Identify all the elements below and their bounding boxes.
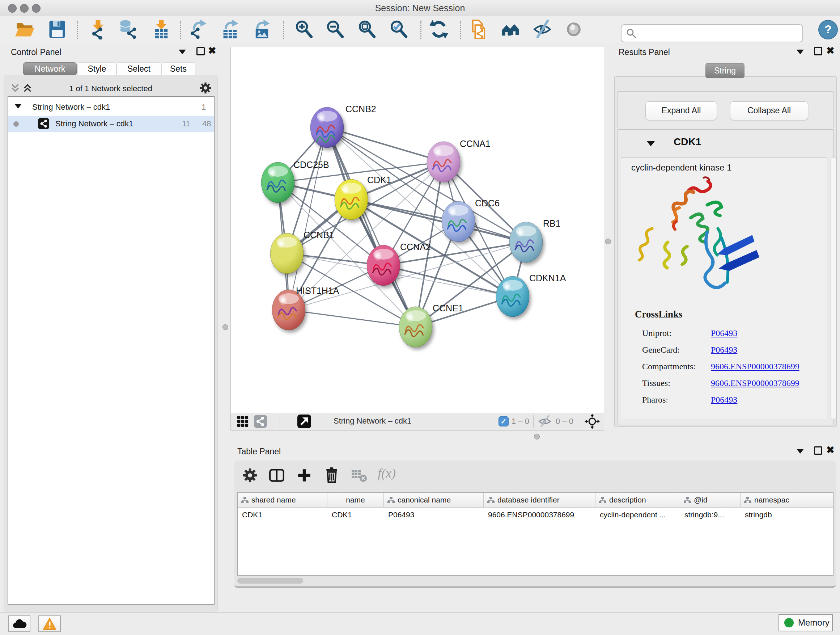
export-image-icon[interactable]: [252, 19, 272, 40]
control-panel-close-icon[interactable]: ✖: [208, 47, 216, 55]
column-type-icon: [241, 496, 248, 504]
import-network-from-database-icon[interactable]: [118, 19, 138, 40]
crosslink-tissues-link[interactable]: 9606.ENSP00000378699: [711, 378, 799, 388]
hide-unhide-icon[interactable]: [532, 19, 553, 40]
crosslink-genecard-link[interactable]: P06493: [711, 345, 737, 355]
export-network-icon[interactable]: [188, 19, 209, 40]
gene-section-expander-icon[interactable]: [647, 141, 655, 146]
column-header-database-identifier[interactable]: database identifier: [484, 493, 595, 507]
table-panel-close-icon[interactable]: ✖: [826, 446, 835, 454]
open-session-icon[interactable]: [14, 19, 35, 40]
create-column-plus-icon[interactable]: [297, 468, 312, 483]
network-node-CDKN1A[interactable]: CDKN1A: [496, 273, 566, 317]
network-node-CCNE1[interactable]: CCNE1: [399, 303, 463, 347]
crosslink-compartments-link[interactable]: 9606.ENSP00000378699: [711, 362, 799, 371]
network-node-CCNB1[interactable]: CCNB1: [270, 230, 334, 274]
collapse-all-button[interactable]: Collapse All: [730, 101, 808, 120]
left-splitter-handle[interactable]: [223, 325, 228, 330]
results-panel-float-icon[interactable]: [814, 47, 822, 55]
crosslink-uniprot-link[interactable]: P06493: [711, 328, 737, 338]
cell-canonical-name[interactable]: P06493: [384, 507, 484, 523]
network-node-HIST1H1A[interactable]: HIST1H1A: [272, 286, 339, 330]
control-panel-collapse-icon[interactable]: [179, 50, 186, 54]
selected-counts: 1 – 0: [512, 417, 529, 426]
cell-description[interactable]: cyclin-dependent ...: [595, 507, 680, 523]
control-panel-float-icon[interactable]: [196, 47, 205, 55]
results-panel-collapse-icon[interactable]: [797, 50, 804, 54]
save-session-icon[interactable]: [47, 19, 67, 40]
cell-shared-name[interactable]: CDK1: [238, 507, 327, 523]
memory-button[interactable]: Memory: [778, 614, 833, 631]
network-options-gear-icon[interactable]: [199, 82, 212, 94]
column-header-canonical-name[interactable]: canonical name: [384, 493, 484, 507]
help-icon[interactable]: ?: [818, 20, 838, 40]
warning-button[interactable]: [38, 616, 61, 632]
cloud-button[interactable]: [8, 616, 30, 632]
network-row-selected[interactable]: String Network – cdk1 11 48: [8, 116, 214, 132]
tab-sets[interactable]: Sets: [161, 62, 195, 76]
zoom-out-icon[interactable]: [325, 19, 345, 40]
network-collection-label: String Network – cdk1: [32, 103, 110, 112]
function-builder-fx: f(x): [378, 466, 396, 481]
selected-nodes-checkbox[interactable]: ✓: [499, 416, 508, 426]
import-network-icon[interactable]: [88, 19, 108, 40]
network-node-CCNB2[interactable]: CCNB2: [310, 104, 376, 148]
delete-column-trash-icon[interactable]: [324, 467, 340, 483]
crosslink-pharos-link[interactable]: P06493: [711, 395, 737, 404]
network-edge-CCNB2-CCNE1[interactable]: [327, 127, 416, 327]
string-document-icon[interactable]: [468, 19, 488, 40]
cell-id[interactable]: stringdb:9...: [680, 507, 741, 523]
network-edge-CDK1-RB1[interactable]: [351, 200, 526, 242]
network-node-count: 11: [182, 119, 190, 128]
network-node-RB1[interactable]: RB1: [509, 218, 561, 263]
table-panel-float-icon[interactable]: [814, 447, 822, 455]
view-grid-icon[interactable]: [237, 415, 249, 428]
table-panel-collapse-icon[interactable]: [797, 449, 804, 454]
tree-expander-icon[interactable]: [15, 104, 21, 109]
results-panel-close-icon[interactable]: ✖: [826, 47, 835, 55]
horizontal-splitter-handle[interactable]: [534, 434, 540, 440]
table-row[interactable]: CDK1 CDK1 P06493 9606.ENSP00000378699 cy…: [238, 507, 833, 523]
table-horizontal-scrollbar[interactable]: [237, 578, 303, 584]
show-hidden-icon[interactable]: [564, 19, 584, 40]
column-header-name[interactable]: name: [327, 493, 384, 507]
export-table-icon[interactable]: [220, 19, 240, 40]
network-node-CDC6[interactable]: CDC6: [442, 198, 500, 242]
column-header-namespace[interactable]: namespac: [741, 493, 833, 507]
apply-layout-icon[interactable]: [429, 19, 449, 40]
expand-all-button[interactable]: Expand All: [645, 101, 717, 120]
column-header-id[interactable]: @id: [680, 493, 741, 507]
results-scrollbar[interactable]: [831, 157, 836, 419]
toolbar-separator: [77, 21, 78, 39]
tab-select[interactable]: Select: [117, 62, 161, 76]
open-view-in-window-icon[interactable]: [297, 415, 311, 428]
view-network-icon[interactable]: [254, 415, 267, 428]
crosslink-label: Compartments:: [642, 358, 696, 375]
gene-section: CDK1 cyclin-dependent kinase 1: [617, 129, 834, 425]
home-networks-icon[interactable]: [500, 19, 521, 40]
import-table-icon[interactable]: [151, 19, 172, 40]
network-edge-CCNB2-CCNA1[interactable]: [327, 127, 444, 162]
zoom-selected-icon[interactable]: [388, 19, 409, 40]
results-tab-string[interactable]: String: [706, 63, 745, 78]
network-edge-CCNB2-HIST1H1A[interactable]: [289, 127, 327, 310]
cell-database-identifier[interactable]: 9606.ENSP00000378699: [484, 507, 595, 523]
right-splitter-handle[interactable]: [605, 239, 611, 244]
zoom-fit-icon[interactable]: [357, 19, 377, 40]
cloud-icon: [9, 617, 29, 631]
column-header-shared-name[interactable]: shared name: [238, 493, 327, 507]
network-edge-HIST1H1A-CCNE1[interactable]: [289, 310, 416, 327]
search-input[interactable]: [640, 27, 797, 40]
tab-style[interactable]: Style: [77, 62, 117, 76]
birdseye-crosshair-icon[interactable]: [584, 414, 600, 429]
string-network-graph[interactable]: CCNB2CCNA1CDC25BCDK1CDC6RB1CCNB1CCNA2CDK…: [231, 47, 604, 413]
network-collection-row[interactable]: String Network – cdk1 1: [8, 100, 214, 116]
table-options-gear-icon[interactable]: [242, 468, 257, 483]
network-canvas[interactable]: CCNB2CCNA1CDC25BCDK1CDC6RB1CCNB1CCNA2CDK…: [231, 47, 604, 413]
cell-namespace[interactable]: stringdb: [741, 507, 833, 523]
tab-network[interactable]: Network: [23, 62, 77, 75]
show-columns-icon[interactable]: [268, 467, 285, 484]
zoom-in-icon[interactable]: [294, 19, 314, 40]
cell-name[interactable]: CDK1: [327, 507, 384, 523]
column-header-description[interactable]: description: [595, 493, 680, 507]
